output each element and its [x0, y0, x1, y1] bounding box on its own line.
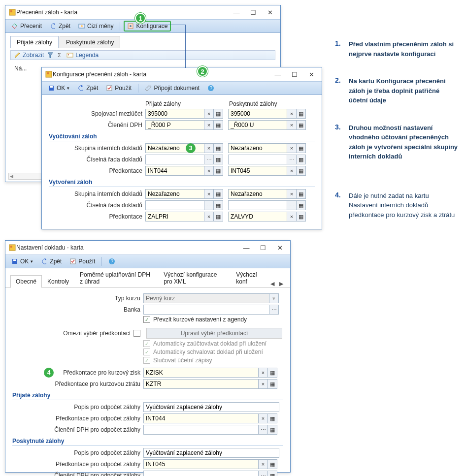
lookup-button[interactable]: ▦ — [267, 425, 277, 435]
pouzit-button[interactable]: Použít — [67, 256, 98, 266]
tab-kontroly[interactable]: Kontroly — [42, 275, 74, 287]
pred1-prijate-input[interactable] — [145, 166, 204, 176]
tab-poskytnute-zalohy[interactable]: Poskytnuté zálohy — [60, 36, 120, 48]
pred-odpocet-prijate-input[interactable] — [143, 413, 259, 423]
minimize-button[interactable]: — — [229, 7, 244, 18]
clear-button[interactable]: × — [204, 212, 214, 222]
clear-button[interactable]: × — [287, 212, 297, 222]
more-button[interactable]: ⋯ — [258, 425, 268, 435]
tab-vychozi-konf[interactable]: Výchozí konf — [231, 268, 268, 287]
clear-button[interactable]: × — [258, 368, 268, 378]
clear-button[interactable]: × — [204, 189, 214, 199]
upravit-vyber-button[interactable]: Upravit výběr předkontací — [146, 328, 282, 339]
zpet-button[interactable]: Zpět — [47, 21, 73, 31]
clear-button[interactable]: × — [204, 109, 214, 119]
close-button[interactable]: ✕ — [263, 7, 277, 18]
more-button[interactable]: ⋯ — [269, 305, 279, 315]
skupina1-poskytnute-input[interactable] — [228, 143, 287, 153]
kztr-input[interactable] — [143, 379, 259, 389]
legenda-button[interactable]: Legenda — [67, 52, 99, 59]
precenit-button[interactable]: Přecenit — [8, 21, 45, 31]
omezit-checkbox[interactable] — [133, 330, 140, 337]
pred2-poskytnute-input[interactable] — [228, 212, 287, 222]
lookup-button[interactable]: ▦ — [213, 120, 223, 130]
help-button[interactable]: ? — [204, 83, 217, 93]
clear-button[interactable]: × — [287, 166, 297, 176]
filter-button[interactable] — [47, 52, 54, 59]
pred1-poskytnute-input[interactable] — [228, 166, 287, 176]
lookup-button[interactable]: ▦ — [296, 109, 306, 119]
spojovaci-poskytnute-input[interactable] — [228, 109, 287, 119]
skupina1-prijate-input[interactable] — [145, 143, 204, 153]
lookup-button[interactable]: ▦ — [296, 166, 306, 176]
close-button[interactable]: ✕ — [272, 242, 287, 253]
tab-prijate-zalohy[interactable]: Přijaté zálohy — [10, 36, 59, 48]
ok-button[interactable]: OK ▾ — [8, 256, 36, 266]
lookup-button[interactable]: ▦ — [267, 459, 277, 469]
clen-odpocet-prijate-input[interactable] — [143, 425, 259, 435]
pred2-prijate-input[interactable] — [145, 212, 204, 222]
clear-button[interactable]: × — [258, 459, 268, 469]
cleneni-poskytnute-input[interactable] — [228, 120, 287, 130]
clear-button[interactable]: × — [287, 143, 297, 153]
lookup-button[interactable]: ▦ — [213, 212, 223, 222]
lookup-button[interactable]: ▦ — [213, 109, 223, 119]
scroll-left-icon[interactable]: ◀ — [10, 174, 13, 179]
rada1-prijate-input[interactable] — [145, 155, 204, 164]
lookup-button[interactable]: ▦ — [296, 189, 306, 199]
more-button[interactable]: ⋯ — [287, 155, 297, 164]
cleneni-prijate-input[interactable] — [145, 120, 204, 130]
lookup-button[interactable]: ▦ — [213, 166, 223, 176]
clear-button[interactable]: × — [287, 120, 297, 130]
skupina2-poskytnute-input[interactable] — [228, 189, 287, 199]
lookup-button[interactable]: ▦ — [267, 471, 277, 476]
clear-button[interactable]: × — [204, 143, 214, 153]
ok-button[interactable]: OK ▾ — [45, 83, 72, 93]
cizi-meny-button[interactable]: Cizí měny — [75, 21, 116, 31]
kzisk-input[interactable] — [143, 368, 259, 378]
clear-button[interactable]: × — [258, 413, 268, 423]
popis-prijate-input[interactable] — [143, 402, 279, 412]
clear-button[interactable]: × — [287, 109, 297, 119]
lookup-button[interactable]: ▦ — [213, 155, 223, 164]
pouzit-button[interactable]: Použít — [103, 83, 134, 93]
lookup-button[interactable]: ▦ — [267, 368, 277, 378]
lookup-button[interactable]: ▦ — [213, 143, 223, 153]
lookup-button[interactable]: ▦ — [296, 120, 306, 130]
tab-scroll-right[interactable]: ▶ — [277, 280, 285, 287]
clear-button[interactable]: × — [258, 379, 268, 389]
zpet-button[interactable]: Zpět — [74, 83, 101, 93]
rada1-poskytnute-input[interactable] — [228, 155, 287, 164]
more-button[interactable]: ⋯ — [204, 155, 214, 164]
popis-poskytnute-input[interactable] — [143, 448, 279, 458]
lookup-button[interactable]: ▦ — [296, 200, 306, 210]
more-button[interactable]: ⋯ — [204, 200, 214, 210]
tab-vychozi-xml[interactable]: Výchozí konfigurace pro XML — [158, 268, 231, 287]
lookup-button[interactable]: ▦ — [296, 155, 306, 164]
lookup-button[interactable]: ▦ — [296, 212, 306, 222]
tab-obecne[interactable]: Obecné — [10, 275, 42, 288]
pripojit-dokument-button[interactable]: Připojit dokument — [142, 83, 202, 93]
zobrazit-button[interactable]: Zobrazit — [14, 52, 44, 59]
clear-button[interactable]: × — [204, 120, 214, 130]
lookup-button[interactable]: ▦ — [267, 413, 277, 423]
close-button[interactable]: ✕ — [304, 69, 319, 80]
rada2-prijate-input[interactable] — [145, 200, 204, 210]
zpet-button[interactable]: Zpět — [38, 256, 65, 266]
rada2-poskytnute-input[interactable] — [228, 200, 287, 210]
help-button[interactable]: ? — [105, 256, 118, 266]
lookup-button[interactable]: ▦ — [213, 200, 223, 210]
skupina2-prijate-input[interactable] — [145, 189, 204, 199]
lookup-button[interactable]: ▦ — [267, 379, 277, 389]
clen-odpocet-poskytnute-input[interactable] — [143, 471, 259, 476]
minimize-button[interactable]: — — [239, 242, 254, 253]
more-button[interactable]: ⋯ — [258, 471, 268, 476]
lookup-button[interactable]: ▦ — [296, 143, 306, 153]
sum-button[interactable]: Σ — [57, 52, 64, 59]
spojovaci-prijate-input[interactable] — [145, 109, 204, 119]
clear-button[interactable]: × — [204, 166, 214, 176]
pred-odpocet-poskytnute-input[interactable] — [143, 459, 259, 469]
clear-button[interactable]: × — [287, 189, 297, 199]
maximize-button[interactable]: ☐ — [256, 242, 270, 253]
maximize-button[interactable]: ☐ — [287, 69, 302, 80]
